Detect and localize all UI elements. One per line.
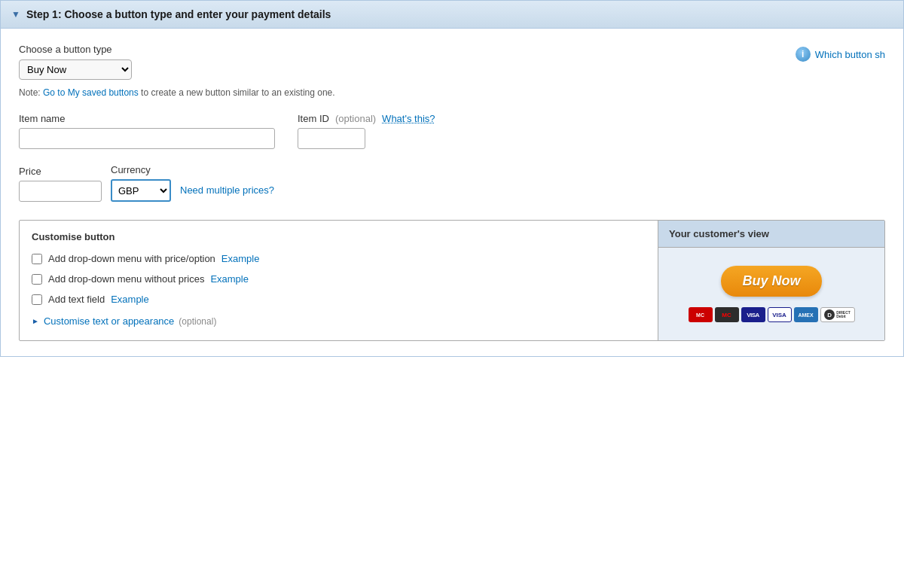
item-id-label-row: Item ID (optional) What's this? bbox=[298, 113, 435, 124]
checkbox-row-1: Add drop-down menu with price/option Exa… bbox=[32, 253, 646, 264]
triangle-icon: ► bbox=[32, 317, 39, 325]
customise-panel: Customise button Add drop-down menu with… bbox=[20, 221, 658, 340]
note-suffix: to create a new button similar to an exi… bbox=[141, 87, 334, 98]
checkbox-text-field-label: Add text field bbox=[48, 294, 105, 305]
step-title: Step 1: Choose a button type and enter y… bbox=[26, 8, 331, 20]
checkbox-row-3: Add text field Example bbox=[32, 294, 646, 305]
example-link-2[interactable]: Example bbox=[210, 273, 249, 285]
buy-now-preview-button[interactable]: Buy Now bbox=[721, 266, 821, 297]
saved-buttons-link[interactable]: Go to My saved buttons bbox=[43, 87, 139, 98]
which-button-text: Which button sh bbox=[815, 49, 885, 60]
note-row: Note: Go to My saved buttons to create a… bbox=[19, 87, 885, 98]
item-id-field-group: Item ID (optional) What's this? bbox=[298, 113, 435, 149]
example-link-1[interactable]: Example bbox=[221, 253, 260, 264]
customer-view-panel: Your customer's view Buy Now MC MC VISA … bbox=[658, 221, 884, 340]
currency-label: Currency bbox=[111, 164, 171, 175]
which-button-link[interactable]: i Which button sh bbox=[796, 47, 885, 62]
customise-appearance-row: ► Customise text or appearance (optional… bbox=[32, 315, 646, 327]
step-header: ▼ Step 1: Choose a button type and enter… bbox=[0, 0, 904, 29]
customer-view-content: Buy Now MC MC VISA VISA AMEX D DIRECTDeb… bbox=[676, 248, 867, 340]
customise-title: Customise button bbox=[32, 231, 646, 242]
item-id-label: Item ID bbox=[298, 113, 329, 124]
item-name-label: Item name bbox=[19, 113, 275, 124]
item-fields-row: Item name Item ID (optional) What's this… bbox=[19, 113, 885, 149]
price-field-group: Price bbox=[19, 166, 102, 202]
item-name-field-group: Item name bbox=[19, 113, 275, 149]
currency-select[interactable]: GBP USD EUR AUD CAD bbox=[111, 179, 171, 202]
item-id-input[interactable] bbox=[298, 128, 365, 149]
price-input[interactable] bbox=[19, 181, 102, 202]
price-label: Price bbox=[19, 166, 102, 177]
step-arrow: ▼ bbox=[11, 9, 20, 20]
whats-this-link[interactable]: What's this? bbox=[382, 113, 435, 124]
direct-debit-icon: D DIRECTDebit bbox=[820, 307, 855, 322]
visa-verified-icon: VISA bbox=[768, 307, 792, 322]
checkbox-text-field[interactable] bbox=[32, 294, 42, 305]
multiple-prices-link[interactable]: Need multiple prices? bbox=[180, 179, 274, 202]
visa-blue-icon: VISA bbox=[741, 307, 765, 322]
info-icon: i bbox=[796, 47, 811, 62]
button-type-section: Choose a button type Buy Now Add to Cart… bbox=[19, 44, 132, 80]
appearance-optional-text: (optional) bbox=[179, 316, 216, 327]
button-type-label: Choose a button type bbox=[19, 44, 132, 55]
item-name-input[interactable] bbox=[19, 128, 275, 149]
example-link-3[interactable]: Example bbox=[111, 294, 149, 305]
customise-appearance-link[interactable]: Customise text or appearance bbox=[44, 315, 174, 327]
checkbox-dropdown-no-price-label: Add drop-down menu without prices bbox=[48, 273, 204, 285]
payment-icons: MC MC VISA VISA AMEX D DIRECTDebit bbox=[689, 307, 855, 322]
currency-field-group: Currency GBP USD EUR AUD CAD bbox=[111, 164, 171, 202]
checkbox-dropdown-price[interactable] bbox=[32, 254, 42, 264]
bottom-section: Customise button Add drop-down menu with… bbox=[19, 220, 885, 341]
item-id-optional: (optional) bbox=[335, 113, 376, 124]
main-content: Choose a button type Buy Now Add to Cart… bbox=[0, 29, 904, 357]
note-prefix: Note: bbox=[19, 87, 41, 98]
button-type-select[interactable]: Buy Now Add to Cart Donate Subscribe bbox=[19, 59, 132, 80]
top-row: Choose a button type Buy Now Add to Cart… bbox=[19, 44, 885, 80]
checkbox-row-2: Add drop-down menu without prices Exampl… bbox=[32, 273, 646, 285]
checkbox-dropdown-price-label: Add drop-down menu with price/option bbox=[48, 253, 215, 264]
mastercard-dark-icon: MC bbox=[715, 307, 739, 322]
mastercard-red-icon: MC bbox=[689, 307, 713, 322]
checkbox-dropdown-no-price[interactable] bbox=[32, 274, 42, 285]
amex-icon: AMEX bbox=[794, 307, 818, 322]
price-currency-row: Price Currency GBP USD EUR AUD CAD Need … bbox=[19, 164, 885, 202]
customer-view-header: Your customer's view bbox=[658, 221, 884, 248]
